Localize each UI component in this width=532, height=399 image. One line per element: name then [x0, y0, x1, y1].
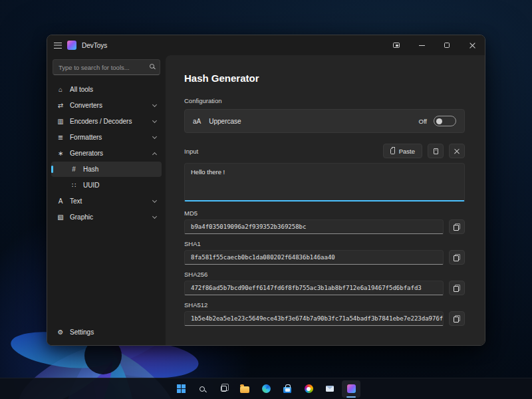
page-title: Hash Generator [184, 72, 465, 84]
maximize-icon [444, 43, 450, 48]
microsoft-store-icon [283, 387, 291, 393]
paste-button[interactable]: Paste [383, 144, 422, 158]
sha512-label: SHA512 [184, 301, 465, 309]
windows-start-icon [177, 384, 186, 393]
taskbar [0, 378, 532, 399]
taskbar-file-explorer-button[interactable] [235, 380, 254, 398]
search-input[interactable] [53, 59, 160, 75]
devtoys-taskbar-icon [347, 384, 356, 393]
edge-browser-icon [262, 384, 271, 393]
chevron-down-icon [152, 214, 157, 219]
sha256-copy-button[interactable] [449, 281, 465, 295]
uppercase-icon: aA [193, 118, 201, 125]
uppercase-setting-card: aA Uppercase Off [184, 109, 465, 133]
taskbar-photos-button[interactable] [299, 380, 318, 398]
sidebar-item-label: Generators [70, 150, 103, 157]
sidebar-item-label: Graphic [70, 213, 93, 221]
input-actions: Paste [383, 144, 465, 158]
chevron-down-icon [152, 198, 157, 203]
sha512-copy-button[interactable] [449, 311, 465, 326]
sidebar-item-converters[interactable]: ⇄ Converters [51, 98, 162, 113]
close-button[interactable] [460, 35, 485, 55]
taskbar-store-button[interactable] [278, 380, 297, 398]
configuration-label: Configuration [184, 97, 465, 104]
minimize-button[interactable] [409, 35, 434, 55]
file-icon [434, 148, 438, 154]
hash-icon: # [70, 166, 78, 173]
window-title: DevToys [82, 42, 107, 49]
md5-output-row: MD5 b9a4f035019096a2f939352b369258bc [184, 209, 465, 234]
sidebar-item-encoders-decoders[interactable]: ▥ Encoders / Decoders [51, 114, 162, 129]
compact-overlay-icon [393, 43, 400, 48]
taskbar-search-button[interactable] [193, 380, 211, 398]
search-box [53, 59, 160, 75]
search-icon [150, 64, 154, 68]
sidebar-item-label: All tools [70, 86, 93, 93]
copy-icon [454, 315, 460, 323]
sidebar-item-formatters[interactable]: ≣ Formatters [51, 130, 162, 145]
desktop: DevToys ⌂ All tools [0, 0, 532, 399]
folder-icon [240, 386, 249, 393]
graphic-icon: ▧ [57, 213, 65, 221]
toggle-knob [436, 118, 442, 124]
sha256-output-field[interactable]: 472f86ad5b7bcd90eff6147fd6f8fb755ac3b1ab… [184, 281, 444, 295]
all-tools-icon: ⌂ [57, 86, 65, 93]
close-icon [469, 42, 475, 49]
search-icon [200, 386, 205, 392]
md5-label: MD5 [184, 209, 465, 217]
chevron-down-icon [152, 118, 157, 123]
sidebar: ⌂ All tools ⇄ Converters ▥ Encoders / De… [47, 55, 166, 345]
minimize-icon [419, 45, 425, 46]
sha512-output-field[interactable]: 1b5e4b2ea5e1e23c5649ece43bf3e674b7a90b3f… [184, 311, 444, 326]
md5-output-field[interactable]: b9a4f035019096a2f939352b369258bc [184, 219, 444, 234]
sha1-output-field[interactable]: 8fa581f55caecb0bc1da080202f64836b146aa40 [184, 250, 444, 265]
taskbar-start-button[interactable] [172, 380, 190, 398]
sidebar-item-settings[interactable]: ⚙ Settings [51, 325, 162, 340]
paste-button-label: Paste [399, 148, 415, 155]
sidebar-item-uuid[interactable]: ∷ UUID [51, 178, 162, 193]
task-view-icon [221, 386, 227, 392]
mail-icon [326, 386, 334, 392]
text-icon: A [57, 198, 65, 205]
sha1-output-row: SHA1 8fa581f55caecb0bc1da080202f64836b14… [184, 240, 465, 265]
sidebar-item-label: Settings [70, 329, 94, 336]
sidebar-item-graphic[interactable]: ▧ Graphic [51, 209, 162, 225]
sha256-output-row: SHA256 472f86ad5b7bcd90eff6147fd6f8fb755… [184, 271, 465, 295]
sha512-output-row: SHA512 1b5e4b2ea5e1e23c5649ece43bf3e674b… [184, 301, 465, 326]
sidebar-item-generators[interactable]: ∗ Generators [51, 146, 162, 161]
load-file-button[interactable] [428, 144, 444, 158]
window-controls [384, 35, 485, 55]
main-content: Hash Generator Configuration aA Uppercas… [166, 55, 485, 345]
chevron-down-icon [152, 134, 157, 139]
sidebar-item-all-tools[interactable]: ⌂ All tools [51, 82, 162, 97]
compact-overlay-button[interactable] [384, 35, 409, 55]
sidebar-footer: ⚙ Settings [51, 325, 162, 340]
taskbar-devtoys-button[interactable] [342, 380, 360, 398]
maximize-button[interactable] [434, 35, 460, 55]
chevron-up-icon [152, 152, 157, 156]
uppercase-toggle-group: Off [419, 116, 457, 126]
photos-icon [305, 384, 313, 393]
formatters-icon: ≣ [57, 134, 65, 141]
input-label: Input [184, 148, 198, 155]
taskbar-mail-button[interactable] [321, 380, 339, 398]
sha1-copy-button[interactable] [449, 250, 465, 265]
sidebar-item-label: Converters [70, 102, 102, 109]
uppercase-label: Uppercase [209, 118, 241, 125]
hamburger-menu-icon[interactable] [54, 43, 62, 49]
sidebar-item-label: UUID [83, 182, 99, 189]
hash-input[interactable]: Hello there ! [184, 163, 465, 201]
clipboard-icon [390, 148, 395, 154]
generators-icon: ∗ [57, 150, 65, 157]
sidebar-item-text[interactable]: A Text [51, 194, 162, 209]
chevron-down-icon [152, 102, 157, 107]
devtoys-window: DevToys ⌂ All tools [47, 35, 485, 346]
gear-icon: ⚙ [57, 329, 65, 336]
sidebar-item-hash[interactable]: # Hash [51, 162, 162, 177]
taskbar-task-view-button[interactable] [214, 380, 233, 398]
clear-input-button[interactable] [449, 144, 465, 158]
md5-copy-button[interactable] [449, 219, 465, 234]
titlebar[interactable]: DevToys [47, 35, 485, 55]
uppercase-toggle[interactable] [434, 116, 456, 126]
taskbar-edge-button[interactable] [257, 380, 275, 398]
